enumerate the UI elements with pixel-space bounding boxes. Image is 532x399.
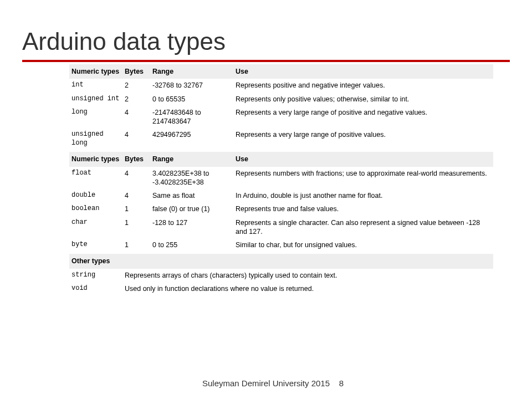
table-row: unsigned int20 to 65535Represents only p… bbox=[69, 93, 493, 106]
cell-bytes: 4 bbox=[125, 189, 152, 202]
table-row: voidUsed only in function declarations w… bbox=[69, 282, 493, 295]
table-row: boolean1false (0) or true (1)Represents … bbox=[69, 202, 493, 216]
table-header-row-2: Numeric types Bytes Range Use bbox=[69, 152, 493, 166]
cell-type: double bbox=[69, 189, 125, 202]
cell-use: Represents true and false values. bbox=[236, 202, 493, 216]
header-numeric-types: Numeric types bbox=[69, 64, 125, 79]
cell-bytes: 4 bbox=[125, 167, 152, 190]
table-row: long4-2147483648 to 2147483647Represents… bbox=[69, 106, 493, 129]
data-types-table: Numeric types Bytes Range Use int2-32768… bbox=[22, 64, 510, 295]
table-row: unsigned long44294967295Represents a ver… bbox=[69, 128, 493, 150]
table-header-other: Other types bbox=[69, 254, 493, 268]
header-range: Range bbox=[152, 152, 236, 166]
cell-type: string bbox=[69, 269, 125, 282]
header-bytes: Bytes bbox=[125, 152, 152, 166]
footer-text: Suleyman Demirel University 2015 bbox=[0, 378, 532, 388]
cell-bytes: 2 bbox=[125, 79, 152, 92]
cell-range: false (0) or true (1) bbox=[152, 202, 236, 216]
cell-bytes: 1 bbox=[125, 238, 152, 252]
table-row: float43.4028235E+38 to -3.4028235E+38Rep… bbox=[69, 167, 493, 190]
cell-use: Similar to char, but for unsigned values… bbox=[236, 238, 493, 252]
title-underline bbox=[22, 60, 510, 62]
cell-bytes: 1 bbox=[125, 216, 152, 239]
cell-range: -128 to 127 bbox=[152, 216, 236, 239]
cell-bytes: 2 bbox=[125, 93, 152, 106]
cell-bytes: 4 bbox=[125, 128, 152, 150]
cell-type: float bbox=[69, 167, 125, 190]
table-header-row: Numeric types Bytes Range Use bbox=[69, 64, 493, 79]
header-numeric-types: Numeric types bbox=[69, 152, 125, 166]
cell-type: unsigned int bbox=[69, 93, 125, 106]
cell-range: Same as float bbox=[152, 189, 236, 202]
cell-use: Represents numbers with fractions; use t… bbox=[236, 167, 493, 190]
cell-use: Used only in function declarations where… bbox=[125, 282, 493, 295]
cell-bytes: 4 bbox=[125, 106, 152, 129]
cell-use: Represents arrays of chars (characters) … bbox=[125, 269, 493, 282]
cell-use: In Arduino, double is just another name … bbox=[236, 189, 493, 202]
cell-use: Represents a single character. Can also … bbox=[236, 216, 493, 239]
cell-range: 0 to 65535 bbox=[152, 93, 236, 106]
cell-range: -2147483648 to 2147483647 bbox=[152, 106, 236, 129]
cell-type: char bbox=[69, 216, 125, 239]
header-use: Use bbox=[236, 64, 493, 79]
cell-type: void bbox=[69, 282, 125, 295]
cell-type: int bbox=[69, 79, 125, 92]
cell-use: Represents positive and negative integer… bbox=[236, 79, 493, 92]
table-row: int2-32768 to 32767Represents positive a… bbox=[69, 79, 493, 92]
cell-bytes: 1 bbox=[125, 202, 152, 216]
page-number: 8 bbox=[339, 378, 344, 388]
table-row: stringRepresents arrays of chars (charac… bbox=[69, 269, 493, 282]
cell-type: unsigned long bbox=[69, 128, 125, 150]
cell-type: byte bbox=[69, 238, 125, 252]
table-row: double4Same as floatIn Arduino, double i… bbox=[69, 189, 493, 202]
cell-range: -32768 to 32767 bbox=[152, 79, 236, 92]
header-range: Range bbox=[152, 64, 236, 79]
cell-type: long bbox=[69, 106, 125, 129]
table-row: byte10 to 255Similar to char, but for un… bbox=[69, 238, 493, 252]
header-other-types: Other types bbox=[69, 254, 493, 268]
cell-range: 0 to 255 bbox=[152, 238, 236, 252]
cell-type: boolean bbox=[69, 202, 125, 216]
table-row: char1-128 to 127Represents a single char… bbox=[69, 216, 493, 239]
header-use: Use bbox=[236, 152, 493, 166]
header-bytes: Bytes bbox=[125, 64, 152, 79]
cell-use: Represents a very large range of positiv… bbox=[236, 128, 493, 150]
cell-use: Represents a very large range of positiv… bbox=[236, 106, 493, 129]
cell-range: 4294967295 bbox=[152, 128, 236, 150]
slide-title: Arduino data types bbox=[22, 28, 510, 55]
cell-range: 3.4028235E+38 to -3.4028235E+38 bbox=[152, 167, 236, 190]
cell-use: Represents only positive values; otherwi… bbox=[236, 93, 493, 106]
